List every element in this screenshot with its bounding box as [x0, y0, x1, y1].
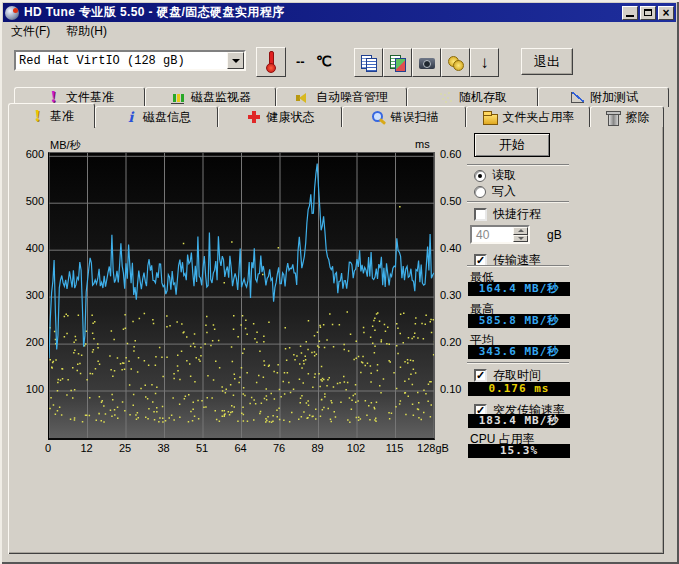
tab-row-front: 基准磁盘信息健康状态错误扫描文件夹占用率擦除 [8, 106, 664, 127]
disk-info-icon [122, 110, 138, 125]
random-access-icon [438, 90, 454, 105]
tab-row-back: 文件基准磁盘监视器自动噪音管理随机存取附加测试 [14, 87, 669, 107]
drive-select-value: Red Hat VirtIO (128 gB) [16, 54, 185, 68]
right-axis-unit-label: ms [415, 138, 430, 150]
x-tick-label: 64 [219, 442, 263, 454]
separator [467, 201, 569, 203]
tab-label: 健康状态 [267, 109, 315, 126]
checkbox-icon [474, 369, 487, 382]
tab-disk-info[interactable]: 磁盘信息 [95, 106, 218, 127]
tab-label: 文件夹占用率 [503, 109, 575, 126]
write-mode-radio[interactable]: 写入 [474, 183, 516, 200]
separator [467, 164, 569, 166]
x-tick-label: 89 [296, 442, 340, 454]
drive-select-arrow-button[interactable] [227, 52, 244, 69]
tab-benchmark[interactable]: 基准 [8, 103, 95, 128]
maximize-icon [644, 9, 652, 16]
app-window: HD Tune 专业版 5.50 - 硬盘/固态硬盘实用程序 × 文件(F) 帮… [0, 0, 679, 564]
spin-up-button[interactable] [513, 227, 528, 235]
write-mode-label: 写入 [492, 183, 516, 200]
short-stroke-value-field[interactable]: 40 [470, 225, 530, 244]
tab-erase[interactable]: 擦除 [590, 106, 664, 127]
y-tick-label: 400 [14, 242, 44, 254]
y-tick-label: 200 [14, 336, 44, 348]
copy-image-button[interactable] [383, 48, 412, 77]
y-tick-label: 500 [14, 195, 44, 207]
x-tick-label: 128gB [411, 442, 455, 454]
read-mode-radio[interactable]: 读取 [474, 167, 516, 184]
spin-up-icon [518, 229, 524, 232]
spin-down-icon [518, 237, 524, 240]
burst-rate-display: 183.4 MB/秒 [468, 414, 570, 428]
access-time-display: 0.176 ms [468, 382, 570, 396]
drive-select[interactable]: Red Hat VirtIO (128 gB) [14, 50, 246, 71]
tab-error-scan[interactable]: 错误扫描 [342, 106, 466, 127]
download-arrow-icon: ↓ [476, 54, 494, 72]
checkbox-icon [474, 208, 487, 221]
tab-disk-monitor[interactable]: 磁盘监视器 [145, 87, 276, 107]
read-mode-label: 读取 [492, 167, 516, 184]
health-icon [246, 110, 262, 125]
maximize-button[interactable] [640, 6, 656, 20]
menu-bar: 文件(F) 帮助(H) [3, 22, 676, 41]
disk-monitor-icon [170, 90, 186, 105]
extra-tests-icon [569, 90, 585, 105]
temperature-button[interactable] [256, 47, 286, 77]
camera-icon [418, 54, 436, 72]
short-stroke-unit-label: gB [547, 228, 562, 242]
menu-item-help[interactable]: 帮助(H) [58, 21, 115, 42]
tab-random-access[interactable]: 随机存取 [407, 87, 538, 107]
app-icon [5, 6, 19, 20]
benchmark-tab-page: MB/秒 ms 600500400300200100 0.600.500.400… [8, 126, 664, 554]
tab-health[interactable]: 健康状态 [218, 106, 342, 127]
radio-icon [474, 170, 486, 182]
separator [467, 265, 569, 267]
save-results-button[interactable]: ↓ [470, 48, 499, 77]
x-tick-label: 12 [65, 442, 109, 454]
exit-button[interactable]: 退出 [521, 48, 573, 75]
y-tick-label: 0.60 [440, 148, 476, 160]
y-tick-label: 600 [14, 148, 44, 160]
tab-label: 附加测试 [590, 89, 638, 106]
aam-icon [295, 90, 311, 105]
x-tick-label: 51 [180, 442, 224, 454]
thermometer-icon [262, 50, 280, 74]
separator [467, 362, 569, 364]
spinner [513, 227, 528, 242]
min-speed-display: 164.4 MB/秒 [468, 282, 570, 296]
screenshot-button[interactable] [412, 48, 441, 77]
tab-label: 基准 [50, 108, 74, 125]
short-stroke-value: 40 [472, 228, 489, 242]
start-button[interactable]: 开始 [474, 133, 550, 157]
tab-label: 随机存取 [459, 89, 507, 106]
minimize-button[interactable] [622, 6, 638, 20]
x-tick-label: 115 [373, 442, 417, 454]
erase-icon [605, 110, 621, 125]
x-tick-label: 102 [334, 442, 378, 454]
benchmark-icon [29, 109, 45, 124]
window-controls: × [622, 6, 674, 20]
max-speed-display: 585.8 MB/秒 [468, 314, 570, 328]
short-stroke-checkbox[interactable]: 快捷行程 [474, 206, 541, 223]
window-title: HD Tune 专业版 5.50 - 硬盘/固态硬盘实用程序 [24, 4, 284, 21]
close-button[interactable]: × [658, 6, 674, 20]
x-tick-label: 76 [257, 442, 301, 454]
cpu-usage-display: 15.3% [468, 444, 570, 458]
x-tick-label: 38 [142, 442, 186, 454]
tab-label: 错误扫描 [391, 109, 439, 126]
copy-image-icon [389, 54, 407, 72]
tab-extra-tests[interactable]: 附加测试 [538, 87, 669, 107]
spin-down-button[interactable] [513, 235, 528, 243]
title-bar: HD Tune 专业版 5.50 - 硬盘/固态硬盘实用程序 × [3, 3, 676, 22]
toolbar: Red Hat VirtIO (128 gB) -- ℃ ↓ 退出 [0, 44, 679, 82]
x-tick-label: 25 [103, 442, 147, 454]
tab-label: 自动噪音管理 [316, 89, 388, 106]
error-scan-icon [370, 110, 386, 125]
copy-text-button[interactable] [354, 48, 383, 77]
tab-aam[interactable]: 自动噪音管理 [276, 87, 407, 107]
menu-item-file[interactable]: 文件(F) [3, 21, 58, 42]
donate-button[interactable] [441, 48, 470, 77]
tab-folder-usage[interactable]: 文件夹占用率 [466, 106, 590, 127]
benchmark-chart [48, 152, 435, 440]
coins-icon [447, 54, 465, 72]
